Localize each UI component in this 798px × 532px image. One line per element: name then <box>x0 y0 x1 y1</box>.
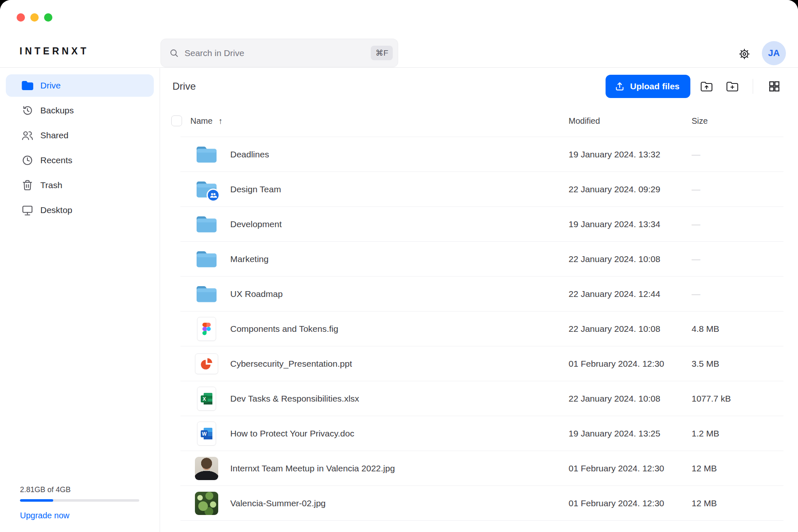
svg-text:W: W <box>202 431 207 437</box>
folder-plus-icon <box>726 81 739 92</box>
file-name: Deadlines <box>230 150 269 159</box>
gear-icon <box>737 47 751 61</box>
modified-date: 22 January 2024. 09:29 <box>569 184 692 194</box>
modified-date: 22 January 2024. 12:44 <box>569 289 692 299</box>
search-input[interactable]: Search in Drive ⌘F <box>160 39 398 67</box>
close-button[interactable] <box>17 13 25 22</box>
folder-icon <box>195 284 218 304</box>
word-logo-icon: W <box>200 427 213 440</box>
modified-date: 19 January 2024. 13:34 <box>569 219 692 229</box>
sidebar-item-shared[interactable]: Shared <box>6 124 154 147</box>
upload-files-button[interactable]: Upload files <box>606 75 690 98</box>
minimize-button[interactable] <box>30 13 39 22</box>
traffic-lights <box>17 13 52 22</box>
modified-date: 19 January 2024. 13:32 <box>569 150 692 159</box>
file-name: Marketing <box>230 254 268 264</box>
folder-icon <box>195 145 218 164</box>
file-name: Components and Tokens.fig <box>230 324 338 334</box>
app-window: INTERNXT Search in Drive ⌘F JA Drive <box>0 0 798 532</box>
sidebar-item-label: Drive <box>40 81 61 91</box>
settings-button[interactable] <box>735 44 754 64</box>
modified-date: 01 February 2024. 12:30 <box>569 359 692 369</box>
modified-date: 19 January 2024. 13:25 <box>569 429 692 439</box>
desktop-icon <box>21 203 34 217</box>
file-name: UX Roadmap <box>230 289 283 299</box>
storage-progress-fill <box>20 499 53 502</box>
table-row[interactable]: Cybersecurity_Presentation.ppt 01 Februa… <box>160 346 798 381</box>
sidebar-item-desktop[interactable]: Desktop <box>6 199 154 221</box>
users-icon <box>21 129 34 142</box>
svg-text:X: X <box>202 396 206 402</box>
sidebar: Drive Backups Shared <box>0 68 160 532</box>
figma-logo-icon <box>202 323 211 335</box>
clock-icon <box>21 154 34 167</box>
table-row[interactable]: Valencia-Summer-02.jpg 01 February 2024.… <box>160 486 798 521</box>
table-header: Name ↑ Modified Size <box>160 105 798 137</box>
grid-view-toggle[interactable] <box>765 77 784 96</box>
file-list: Deadlines 19 January 2024. 13:32 — Desig… <box>160 137 798 521</box>
file-size: 1077.7 kB <box>692 394 798 404</box>
sidebar-item-label: Shared <box>40 130 69 140</box>
storage-widget: 2.81GB of 4GB Upgrade now <box>20 485 139 520</box>
titlebar: INTERNXT Search in Drive ⌘F JA <box>0 0 798 68</box>
table-row[interactable]: Deadlines 19 January 2024. 13:32 — <box>160 137 798 172</box>
search-icon <box>169 48 179 58</box>
file-size: 3.5 MB <box>692 359 798 369</box>
table-row[interactable]: X Dev Tasks & Responsibilities.xlsx 22 J… <box>160 381 798 416</box>
main-content: Drive Upload files <box>160 68 798 532</box>
photo-thumbnail <box>195 492 218 515</box>
folder-icon <box>195 215 218 234</box>
account-avatar[interactable]: JA <box>762 41 786 65</box>
modified-date: 22 January 2024. 10:08 <box>569 394 692 404</box>
search-shortcut-badge: ⌘F <box>371 46 393 60</box>
new-folder-button[interactable] <box>723 77 742 96</box>
select-all-checkbox[interactable] <box>171 115 182 126</box>
file-name: Design Team <box>230 184 281 194</box>
modified-date: 22 January 2024. 10:08 <box>569 324 692 334</box>
file-size: — <box>692 150 798 159</box>
sidebar-item-trash[interactable]: Trash <box>6 174 154 196</box>
shared-users-badge-icon <box>207 189 220 202</box>
upload-icon <box>615 81 625 91</box>
table-row[interactable]: Design Team 22 January 2024. 09:29 — <box>160 172 798 207</box>
file-name: Cybersecurity_Presentation.ppt <box>230 359 352 369</box>
file-size: 4.8 MB <box>692 324 798 334</box>
sidebar-item-label: Backups <box>40 105 74 115</box>
sidebar-item-backups[interactable]: Backups <box>6 99 154 122</box>
table-row[interactable]: Development 19 January 2024. 13:34 — <box>160 207 798 242</box>
internxt-logo: INTERNXT <box>20 46 89 57</box>
table-row[interactable]: Internxt Team Meetup in Valencia 2022.jp… <box>160 451 798 486</box>
search-placeholder: Search in Drive <box>185 48 371 58</box>
folder-icon <box>21 79 34 92</box>
grid-view-icon <box>768 81 780 92</box>
maximize-button[interactable] <box>44 13 52 22</box>
sidebar-item-recents[interactable]: Recents <box>6 149 154 172</box>
sidebar-item-label: Desktop <box>40 205 72 215</box>
upload-files-label: Upload files <box>630 81 680 91</box>
modified-date: 22 January 2024. 10:08 <box>569 254 692 264</box>
upload-folder-button[interactable] <box>697 77 716 96</box>
toolbar: Drive Upload files <box>160 68 798 105</box>
column-header-size[interactable]: Size <box>692 116 798 126</box>
sort-ascending-icon[interactable]: ↑ <box>218 116 222 126</box>
column-header-name[interactable]: Name <box>190 116 212 126</box>
trash-icon <box>21 179 34 192</box>
column-header-modified[interactable]: Modified <box>569 116 692 126</box>
table-row[interactable]: W How to Protect Your Privacy.doc 19 Jan… <box>160 416 798 451</box>
modified-date: 01 February 2024. 12:30 <box>569 463 692 473</box>
sidebar-item-label: Recents <box>40 155 72 165</box>
file-name: How to Protect Your Privacy.doc <box>230 429 354 439</box>
file-name: Dev Tasks & Responsibilities.xlsx <box>230 394 359 404</box>
file-name: Valencia-Summer-02.jpg <box>230 498 326 508</box>
table-row[interactable]: Components and Tokens.fig 22 January 202… <box>160 311 798 346</box>
modified-date: 01 February 2024. 12:30 <box>569 498 692 508</box>
table-row[interactable]: UX Roadmap 22 January 2024. 12:44 — <box>160 277 798 311</box>
file-size: — <box>692 289 798 299</box>
file-name: Internxt Team Meetup in Valencia 2022.jp… <box>230 463 395 473</box>
folder-icon <box>195 250 218 269</box>
toolbar-divider <box>753 79 753 94</box>
table-row[interactable]: Marketing 22 January 2024. 10:08 — <box>160 242 798 277</box>
file-size: — <box>692 184 798 194</box>
upgrade-now-link[interactable]: Upgrade now <box>20 511 69 520</box>
sidebar-item-drive[interactable]: Drive <box>6 74 154 97</box>
